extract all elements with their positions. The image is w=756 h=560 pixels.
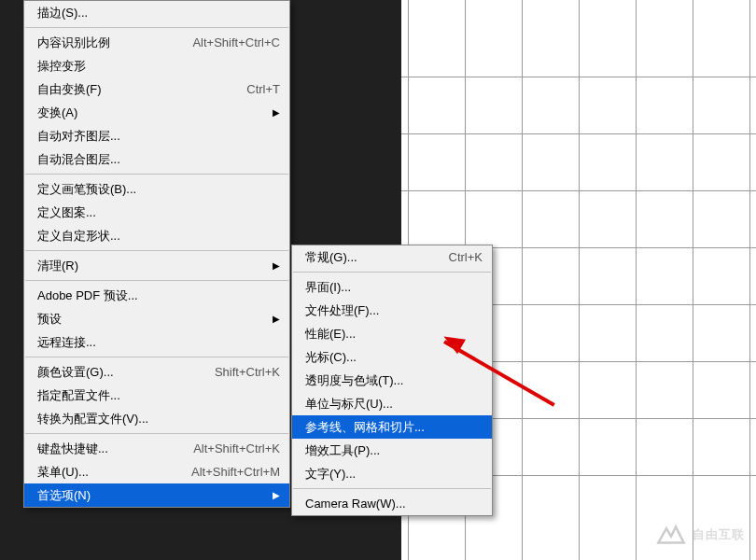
submenu-arrow-icon: ▶ <box>273 490 280 500</box>
menu-shortcut: Ctrl+T <box>246 82 280 96</box>
menu-separator <box>25 280 288 281</box>
menu-item-define-pattern[interactable]: 定义图案... <box>24 201 289 224</box>
menu-item-auto-blend[interactable]: 自动混合图层... <box>24 147 289 171</box>
menu-label: 定义自定形状... <box>37 228 280 245</box>
menu-label: 定义画笔预设(B)... <box>37 181 280 198</box>
menu-shortcut: Alt+Shift+Ctrl+K <box>193 441 280 455</box>
menu-item-transparency[interactable]: 透明度与色域(T)... <box>292 369 492 392</box>
menu-label: 操控变形 <box>37 58 280 75</box>
menu-label: 文件处理(F)... <box>305 302 483 319</box>
menu-item-camera-raw[interactable]: Camera Raw(W)... <box>292 492 492 515</box>
menu-label: 预设 <box>37 311 273 328</box>
menu-shortcut: Alt+Shift+Ctrl+C <box>192 35 280 49</box>
menu-item-puppet-warp[interactable]: 操控变形 <box>24 54 289 77</box>
menu-item-performance[interactable]: 性能(E)... <box>292 322 492 345</box>
menu-separator <box>293 272 491 273</box>
menu-item-transform[interactable]: 变换(A)▶ <box>24 101 289 124</box>
menu-label: 光标(C)... <box>305 349 483 366</box>
menu-item-menus[interactable]: 菜单(U)...Alt+Shift+Ctrl+M <box>24 460 289 483</box>
menu-item-keyboard-shortcuts[interactable]: 键盘快捷键...Alt+Shift+Ctrl+K <box>24 437 289 460</box>
menu-label: 自动混合图层... <box>37 151 280 168</box>
menu-item-presets[interactable]: 预设▶ <box>24 307 289 330</box>
menu-item-define-shape[interactable]: 定义自定形状... <box>24 224 289 247</box>
menu-item-guides-grid-slices[interactable]: 参考线、网格和切片... <box>292 415 492 439</box>
menu-item-type[interactable]: 文字(Y)... <box>292 462 492 485</box>
menu-label: 增效工具(P)... <box>305 442 483 459</box>
menu-label: 变换(A) <box>37 105 273 121</box>
menu-separator <box>25 250 288 251</box>
menu-label: 键盘快捷键... <box>37 441 182 457</box>
menu-item-interface[interactable]: 界面(I)... <box>292 275 492 299</box>
submenu-arrow-icon: ▶ <box>273 314 280 324</box>
menu-shortcut: Shift+Ctrl+K <box>215 365 280 379</box>
menu-item-assign-profile[interactable]: 指定配置文件... <box>24 384 289 407</box>
menu-label: 文字(Y)... <box>305 466 483 483</box>
menu-label: 菜单(U)... <box>37 464 180 481</box>
menu-shortcut: Ctrl+K <box>449 250 483 264</box>
edit-menu: 描边(S)... 内容识别比例Alt+Shift+Ctrl+C 操控变形 自由变… <box>23 0 290 508</box>
menu-label: 描边(S)... <box>37 5 280 21</box>
menu-label: 性能(E)... <box>305 326 483 343</box>
menu-label: 清理(R) <box>37 258 273 274</box>
menu-label: 界面(I)... <box>305 279 483 296</box>
menu-separator <box>25 27 288 28</box>
menu-item-pdf-presets[interactable]: Adobe PDF 预设... <box>24 284 289 307</box>
menu-item-convert-profile[interactable]: 转换为配置文件(V)... <box>24 407 289 430</box>
menu-shortcut: Alt+Shift+Ctrl+M <box>191 465 280 479</box>
menu-label: Camera Raw(W)... <box>305 497 483 511</box>
menu-label: 转换为配置文件(V)... <box>37 411 280 427</box>
menu-label: 首选项(N) <box>37 487 273 504</box>
menu-item-purge[interactable]: 清理(R)▶ <box>24 254 289 277</box>
menu-item-content-aware-scale[interactable]: 内容识别比例Alt+Shift+Ctrl+C <box>24 31 289 54</box>
menu-label: 参考线、网格和切片... <box>305 419 483 436</box>
watermark-text: 自由互联 <box>693 526 745 543</box>
menu-label: 远程连接... <box>37 334 280 351</box>
menu-separator <box>25 174 288 175</box>
menu-item-preferences[interactable]: 首选项(N)▶ <box>24 483 289 507</box>
menu-separator <box>25 433 288 434</box>
menu-label: 自由变换(F) <box>37 81 235 98</box>
menu-label: 定义图案... <box>37 204 280 221</box>
logo-icon <box>655 519 687 551</box>
menu-item-units-rulers[interactable]: 单位与标尺(U)... <box>292 392 492 415</box>
menu-item-free-transform[interactable]: 自由变换(F)Ctrl+T <box>24 77 289 101</box>
menu-item-stroke[interactable]: 描边(S)... <box>24 1 289 24</box>
menu-label: 内容识别比例 <box>37 35 181 51</box>
menu-label: 指定配置文件... <box>37 387 280 404</box>
preferences-submenu: 常规(G)...Ctrl+K 界面(I)... 文件处理(F)... 性能(E)… <box>291 245 493 516</box>
submenu-arrow-icon: ▶ <box>273 107 280 118</box>
menu-label: 自动对齐图层... <box>37 128 280 145</box>
menu-label: 颜色设置(G)... <box>37 364 203 381</box>
menu-label: 透明度与色域(T)... <box>305 372 483 389</box>
menu-label: 单位与标尺(U)... <box>305 396 483 413</box>
watermark: 自由互联 <box>655 519 745 551</box>
menu-item-file-handling[interactable]: 文件处理(F)... <box>292 299 492 322</box>
menu-label: 常规(G)... <box>305 249 438 266</box>
menu-separator <box>293 488 491 489</box>
menu-item-color-settings[interactable]: 颜色设置(G)...Shift+Ctrl+K <box>24 360 289 384</box>
menu-item-plugins[interactable]: 增效工具(P)... <box>292 439 492 462</box>
menu-separator <box>25 357 288 357</box>
submenu-arrow-icon: ▶ <box>273 260 280 271</box>
menu-item-cursors[interactable]: 光标(C)... <box>292 345 492 369</box>
menu-item-auto-align[interactable]: 自动对齐图层... <box>24 124 289 147</box>
menu-item-remote-connections[interactable]: 远程连接... <box>24 330 289 354</box>
menu-item-general[interactable]: 常规(G)...Ctrl+K <box>292 245 492 269</box>
menu-label: Adobe PDF 预设... <box>37 287 280 304</box>
menu-item-define-brush[interactable]: 定义画笔预设(B)... <box>24 177 289 201</box>
